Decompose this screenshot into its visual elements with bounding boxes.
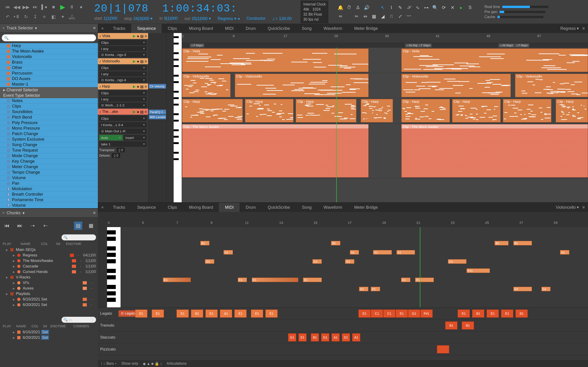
articulation-event[interactable]: G1	[321, 333, 329, 342]
cc-item[interactable]: 7Volume	[0, 203, 98, 208]
articulation-event[interactable]: E1	[501, 309, 513, 318]
tab-meter-bridge[interactable]: Meter Bridge	[348, 203, 384, 212]
memory-select[interactable]: Regress ▾ ◂	[218, 16, 240, 21]
playhead[interactable]	[336, 48, 337, 202]
articulation-row[interactable]: Legato⊙ LegatoE1E1E1B1E1A1E1E1E1E1C1C1E1…	[98, 308, 588, 319]
clip[interactable]: Clip - Violoncello	[515, 74, 588, 97]
sequence-ruler[interactable]: 19172533414957	[182, 33, 588, 43]
pause-button[interactable]: ⏸	[68, 3, 76, 11]
cc-item[interactable]: 1Modulation	[0, 186, 98, 192]
event-type-item[interactable]: Song Change	[0, 142, 98, 148]
insert-slot[interactable]: MW Leveler	[149, 115, 166, 119]
articulation-event[interactable]: B1	[462, 321, 474, 330]
chunk-item[interactable]: ▸Cascade-1|1|00	[2, 264, 96, 269]
track-select[interactable]: Clips	[99, 90, 147, 96]
track-header[interactable]: ♪ Harp▶ ● ▤ ≡	[98, 83, 148, 90]
tab-mixing-board[interactable]: Mixing Board	[183, 24, 219, 33]
record-button[interactable]: ●	[77, 3, 85, 11]
articulation-event[interactable]: A1	[352, 333, 360, 342]
articulation-event[interactable]: E1	[251, 309, 263, 318]
articulation-event[interactable]: G1	[288, 333, 296, 342]
event-type-item[interactable]: Pan	[0, 181, 98, 186]
sequence-lanes[interactable]: Clip - ViolaClip - ViolaClip - Violoncel…	[182, 48, 588, 202]
menu-icon[interactable]: ≡	[93, 211, 95, 215]
fade-icon[interactable]: ◢	[380, 13, 386, 19]
chunk-item[interactable]: ▸6/15/2021 Set	[2, 329, 96, 335]
view-mode[interactable]: ⫶ ∴ Bars ▾	[101, 361, 117, 366]
chain-record-button[interactable]: ⇠	[41, 222, 50, 230]
close-icon[interactable]: ×	[2, 211, 5, 215]
articulation-event[interactable]: C1	[371, 309, 383, 318]
midi-note[interactable]: A1	[397, 250, 415, 255]
close-icon[interactable]: ×	[98, 24, 107, 33]
chunk-item[interactable]: ▸VI's-	[2, 280, 96, 286]
cross-tool[interactable]: ✕	[450, 5, 456, 10]
playhead[interactable]	[420, 227, 420, 307]
track-header[interactable]: ♪ Violoncello▶ ● ▤ ≡	[98, 58, 148, 64]
insert-slot[interactable]: Ch Velocity	[149, 84, 166, 89]
cue-next-button[interactable]: ⏭	[16, 222, 24, 230]
forward-end-button[interactable]: ⏭	[31, 3, 39, 11]
tempo-display[interactable]: ♩ = 134.00	[272, 16, 292, 21]
key-signature-lane[interactable]: ♪ F Major♪ Ab Major♪ F Major♪ Ab Major♪ …	[182, 43, 588, 48]
tab-drum[interactable]: Drum	[240, 203, 262, 212]
track-select[interactable]: I Konta…s 3-4	[99, 122, 147, 127]
track-select[interactable]: Clips	[99, 116, 147, 121]
solo-icon[interactable]: S	[467, 5, 473, 10]
track-select[interactable]: I any	[99, 46, 147, 51]
time-counter[interactable]: 1:00:34:03:	[162, 3, 237, 15]
link-icon[interactable]: ∞	[337, 13, 343, 19]
midi-note[interactable]: B1	[494, 241, 509, 245]
track-select[interactable]: Clips	[99, 40, 147, 45]
event-type-item[interactable]: System Exclusive	[0, 137, 98, 142]
rewind-start-button[interactable]: ⏮	[4, 3, 11, 11]
list-view-button[interactable]: ▤	[74, 222, 82, 230]
midi-note[interactable]: A1	[350, 250, 359, 255]
clip[interactable]: Clip - The Moon Awake	[182, 124, 369, 177]
midi-note[interactable]: A1	[224, 250, 233, 255]
articulation-event[interactable]: E1	[396, 309, 408, 318]
articulation-event[interactable]: B1	[311, 333, 319, 342]
preroll-button[interactable]: 2BARS	[68, 13, 76, 21]
articulation-event[interactable]: E1	[486, 309, 499, 318]
cut-icon[interactable]: ✂	[354, 13, 359, 19]
track-item[interactable]: The Moon Awake	[0, 49, 98, 54]
articulation-event[interactable]: E1	[358, 309, 371, 318]
track-select[interactable]: ⊙ Work…1-1-2	[99, 102, 147, 108]
chunk-folder[interactable]: ▸V-Racks	[2, 275, 96, 280]
clip[interactable]: Clip - Viola	[182, 48, 369, 72]
clip[interactable]: Clip - Harp	[503, 99, 552, 123]
clip[interactable]: Clip - Harp	[245, 99, 294, 123]
tab-mixing-board[interactable]: Mixing Board	[183, 203, 219, 212]
close-icon[interactable]: ×	[2, 26, 5, 31]
insert-slot[interactable]: ParaEQ 2-…	[149, 110, 166, 114]
stretch-icon[interactable]: ⤢	[397, 13, 403, 19]
punch-button[interactable]: ↧	[31, 13, 39, 21]
tab-context-select[interactable]: Regress ▾ ≡	[557, 24, 588, 33]
tab-song[interactable]: Song	[296, 203, 318, 212]
tab-context-select[interactable]: Violoncello ▾ ≡	[553, 203, 588, 212]
tab-clips[interactable]: Clips	[162, 24, 183, 33]
track-select[interactable]: I any	[99, 97, 147, 102]
countoff-button[interactable]: ✦	[59, 13, 67, 21]
audio-engine-settings[interactable]: Internal Clock 48k1024 32 Bit Float 30 f…	[301, 1, 328, 23]
articulation-event[interactable]: E1	[152, 309, 164, 318]
clip[interactable]: Clip - Viola	[401, 48, 588, 72]
articulation-event[interactable]: A1	[220, 309, 232, 318]
scrub-tool[interactable]: ⟳	[441, 5, 447, 10]
event-type-item[interactable]: Volume	[0, 175, 98, 181]
midi-note[interactable]: G1	[448, 259, 467, 264]
tab-quickscribe[interactable]: QuickScribe	[262, 203, 296, 212]
chunk-item[interactable]: ▸Regress-64|1|00	[2, 252, 96, 258]
zoom-tool[interactable]: 🔍	[432, 5, 438, 10]
articulation-event[interactable]: G1	[408, 309, 420, 318]
chunk-item[interactable]: ▸The Moon/Awake-1|1|00	[2, 258, 96, 264]
clip[interactable]: Clip - Harp	[296, 99, 356, 123]
track-select[interactable]: ⊙ Main Out L-R	[99, 128, 147, 134]
articulation-event[interactable]: E1	[205, 309, 218, 318]
articulation-event[interactable]: D1	[342, 333, 350, 342]
articulation-lanes[interactable]: Legato⊙ LegatoE1E1E1B1E1A1E1E1E1E1C1C1E1…	[98, 307, 588, 360]
midi-note[interactable]: B1	[200, 241, 210, 245]
articulation-event[interactable]: E1	[265, 309, 278, 318]
snap-icon[interactable]: ⇔	[362, 13, 368, 19]
